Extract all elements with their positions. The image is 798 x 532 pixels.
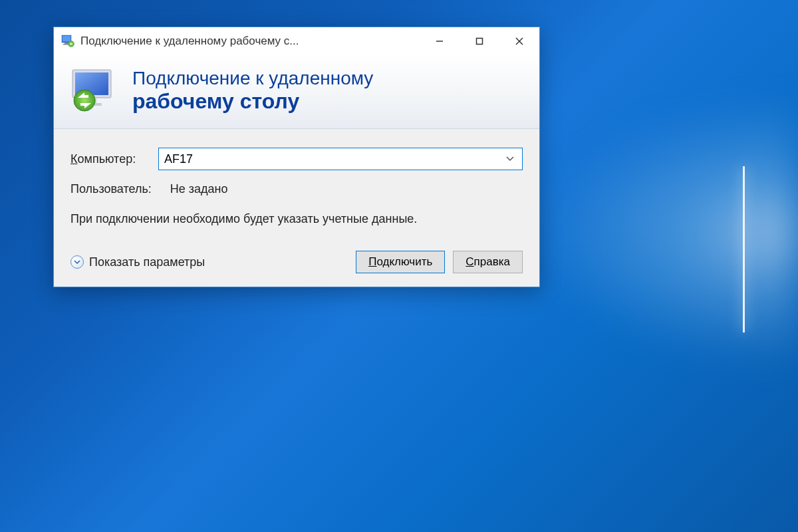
- computer-input[interactable]: [164, 152, 503, 166]
- desktop-light-flare: [532, 100, 798, 366]
- credentials-info-text: При подключении необходимо будет указать…: [70, 211, 523, 227]
- header-title-group: Подключение к удаленному рабочему столу: [132, 68, 373, 114]
- computer-combobox[interactable]: [158, 148, 523, 170]
- connect-button[interactable]: Подключить: [356, 251, 445, 273]
- rdp-app-icon: [61, 34, 75, 49]
- expand-chevron-icon: [70, 255, 84, 269]
- dialog-header: Подключение к удаленному рабочему столу: [54, 55, 539, 129]
- header-title-line2: рабочему столу: [132, 89, 373, 114]
- help-button[interactable]: Справка: [453, 251, 523, 273]
- window-controls: [420, 27, 539, 55]
- footer-row: Показать параметры Подключить Справка: [70, 251, 523, 273]
- header-title-line1: Подключение к удаленному: [132, 68, 373, 89]
- rdp-monitor-icon: [68, 67, 120, 114]
- close-button[interactable]: [499, 27, 539, 55]
- user-value: Не задано: [170, 182, 228, 196]
- rdp-dialog-window: Подключение к удаленному рабочему с...: [53, 27, 540, 287]
- user-label: Пользователь:: [70, 182, 152, 196]
- computer-field-row: Компьютер:: [70, 148, 523, 170]
- minimize-button[interactable]: [420, 27, 460, 55]
- svg-rect-2: [65, 43, 68, 44]
- show-options-toggle[interactable]: Показать параметры: [70, 255, 205, 269]
- desktop-light-streak: [743, 166, 745, 332]
- computer-label: Компьютер:: [70, 152, 149, 166]
- show-options-label: Показать параметры: [89, 255, 205, 269]
- maximize-button[interactable]: [460, 27, 499, 55]
- titlebar[interactable]: Подключение к удаленному рабочему с...: [54, 27, 539, 55]
- chevron-down-icon[interactable]: [503, 154, 517, 164]
- svg-rect-6: [477, 39, 483, 45]
- dialog-content: Компьютер: Пользователь: Не задано При п…: [54, 129, 539, 287]
- window-title: Подключение к удаленному рабочему с...: [80, 35, 420, 48]
- user-field-row: Пользователь: Не задано: [70, 182, 523, 196]
- svg-rect-1: [63, 36, 70, 41]
